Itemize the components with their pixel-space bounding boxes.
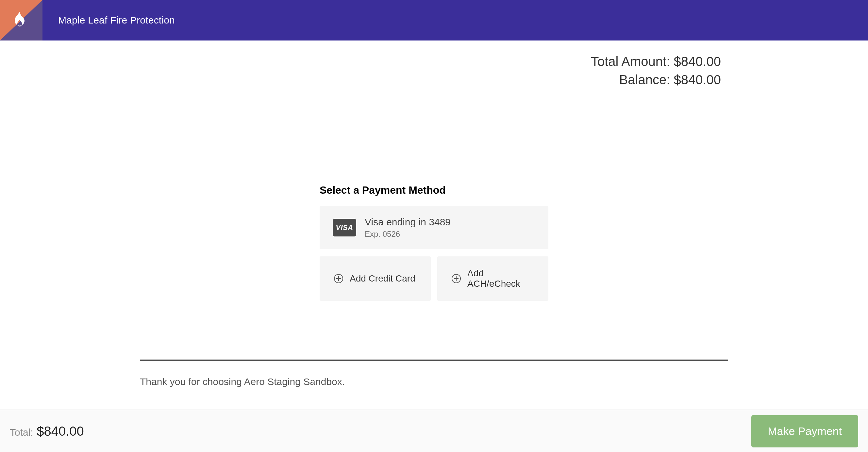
plus-circle-icon: [334, 274, 343, 283]
bottom-total-value: $840.00: [37, 424, 84, 438]
add-ach-label: Add ACH/eCheck: [467, 268, 534, 289]
add-ach-button[interactable]: Add ACH/eCheck: [437, 256, 548, 301]
total-amount-line: Total Amount: $840.00: [0, 52, 721, 70]
balance-value: $840.00: [674, 72, 721, 87]
card-expiry: Exp. 0526: [365, 230, 451, 239]
footer-note-section: Thank you for choosing Aero Staging Sand…: [140, 301, 728, 387]
make-payment-button[interactable]: Make Payment: [751, 415, 858, 447]
thank-you-text: Thank you for choosing Aero Staging Sand…: [140, 376, 728, 387]
total-amount-value: $840.00: [674, 54, 721, 69]
add-credit-card-button[interactable]: Add Credit Card: [320, 256, 431, 301]
card-info: Visa ending in 3489 Exp. 0526: [365, 217, 451, 239]
visa-icon: VISA: [333, 219, 356, 236]
balance-line: Balance: $840.00: [0, 70, 721, 89]
add-credit-card-label: Add Credit Card: [350, 273, 415, 284]
balance-label: Balance:: [619, 72, 670, 87]
card-description: Visa ending in 3489: [365, 217, 451, 228]
total-amount-label: Total Amount:: [591, 54, 670, 69]
bottom-total: Total: $840.00: [10, 424, 84, 439]
flame-icon: [10, 8, 29, 31]
saved-card-visa[interactable]: VISA Visa ending in 3489 Exp. 0526: [320, 206, 548, 249]
app-header: Maple Leaf Fire Protection: [0, 0, 868, 40]
logo-corner: [0, 0, 42, 40]
plus-circle-icon: [452, 274, 461, 283]
bottom-total-label: Total:: [10, 427, 33, 438]
bottom-bar: Total: $840.00 Make Payment: [0, 410, 868, 452]
add-method-row: Add Credit Card Add ACH/eCheck: [320, 256, 548, 301]
amount-summary: Total Amount: $840.00 Balance: $840.00: [0, 40, 868, 112]
company-name: Maple Leaf Fire Protection: [58, 15, 175, 26]
payment-method-section: Select a Payment Method VISA Visa ending…: [320, 112, 548, 301]
payment-method-title: Select a Payment Method: [320, 184, 548, 196]
horizontal-rule: [140, 360, 728, 360]
